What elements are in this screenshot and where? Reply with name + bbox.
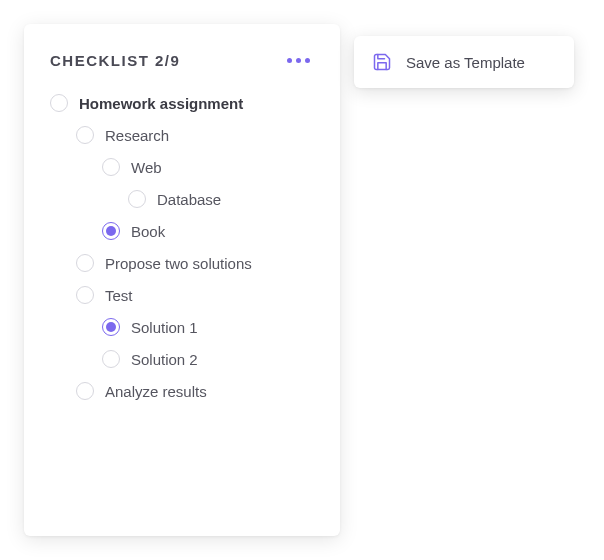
checklist-item-label: Test: [105, 288, 133, 303]
checklist-radio[interactable]: [76, 126, 94, 144]
checklist-radio[interactable]: [102, 158, 120, 176]
checklist-radio[interactable]: [102, 222, 120, 240]
checklist-radio[interactable]: [76, 286, 94, 304]
checklist-item[interactable]: Homework assignment: [50, 87, 314, 119]
checklist-item[interactable]: Analyze results: [50, 375, 314, 407]
checklist-radio[interactable]: [50, 94, 68, 112]
checklist-item[interactable]: Research: [50, 119, 314, 151]
checklist-item-label: Research: [105, 128, 169, 143]
checklist-radio[interactable]: [102, 350, 120, 368]
checklist-item[interactable]: Book: [50, 215, 314, 247]
checklist-radio[interactable]: [76, 254, 94, 272]
checklist-item-label: Propose two solutions: [105, 256, 252, 271]
save-icon: [372, 52, 392, 72]
checklist-item[interactable]: Database: [50, 183, 314, 215]
checklist-items: Homework assignmentResearchWebDatabaseBo…: [50, 87, 314, 407]
checklist-item-label: Book: [131, 224, 165, 239]
checklist-item[interactable]: Solution 2: [50, 343, 314, 375]
checklist-item[interactable]: Solution 1: [50, 311, 314, 343]
checklist-item[interactable]: Test: [50, 279, 314, 311]
checklist-item-label: Web: [131, 160, 162, 175]
checklist-item-label: Solution 2: [131, 352, 198, 367]
checklist-title: CHECKLIST 2/9: [50, 52, 180, 69]
checklist-card: CHECKLIST 2/9 Homework assignmentResearc…: [24, 24, 340, 536]
more-options-button[interactable]: [283, 54, 314, 67]
checklist-item-label: Homework assignment: [79, 96, 243, 111]
checklist-item-label: Database: [157, 192, 221, 207]
dot-icon: [296, 58, 301, 63]
checklist-radio[interactable]: [102, 318, 120, 336]
checklist-item[interactable]: Web: [50, 151, 314, 183]
checklist-radio[interactable]: [128, 190, 146, 208]
checklist-item-label: Analyze results: [105, 384, 207, 399]
card-header: CHECKLIST 2/9: [50, 52, 314, 69]
dot-icon: [287, 58, 292, 63]
save-template-popover[interactable]: Save as Template: [354, 36, 574, 88]
checklist-item[interactable]: Propose two solutions: [50, 247, 314, 279]
checklist-item-label: Solution 1: [131, 320, 198, 335]
save-template-label: Save as Template: [406, 54, 525, 71]
dot-icon: [305, 58, 310, 63]
checklist-radio[interactable]: [76, 382, 94, 400]
